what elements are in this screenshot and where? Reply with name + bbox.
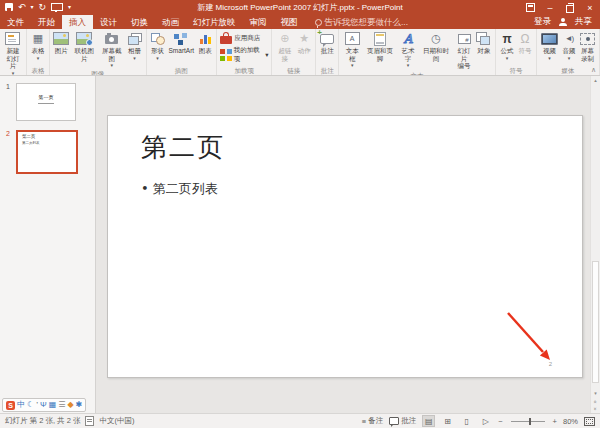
normal-view-button[interactable]: ▤ (422, 415, 435, 427)
zoom-in-button[interactable]: + (553, 417, 557, 426)
undo-dropdown-icon[interactable]: ▾ (31, 3, 34, 12)
picture-button[interactable]: 图片 (52, 30, 70, 56)
shapes-button[interactable]: 形状 ▾ (149, 30, 167, 62)
hyperlink-button[interactable]: ⊕ 超链接 (274, 30, 295, 63)
restore-button[interactable] (560, 0, 580, 15)
tab-animations[interactable]: 动画 (155, 15, 186, 29)
scroll-down-arrow[interactable]: ▾ (594, 389, 597, 398)
slide-1-thumbnail[interactable]: 第一页 (16, 83, 76, 121)
slide-editor[interactable]: 第二页 • 第二页列表 2 (107, 115, 583, 378)
chart-button[interactable]: 图表 (196, 30, 214, 56)
zoom-out-button[interactable]: − (498, 417, 502, 426)
next-slide-button[interactable]: » (593, 407, 599, 410)
button-label: 视频 (543, 47, 556, 55)
share-button[interactable]: 共享 (575, 16, 592, 28)
scrollbar-thumb[interactable] (592, 261, 599, 382)
header-footer-button[interactable]: 页眉和页脚 (363, 30, 397, 63)
halfwidth-moon-icon[interactable]: ☾ (27, 400, 34, 410)
customize-qat-button[interactable]: ▾ (68, 3, 71, 12)
zoom-slider-thumb[interactable] (529, 418, 531, 425)
comments-label: 批注 (401, 416, 416, 426)
zoom-slider[interactable] (511, 421, 545, 422)
dropdown-icon: ▾ (351, 63, 354, 68)
scrollbar-bottom-buttons: ▾ « » (591, 389, 600, 413)
audio-button[interactable]: ◄) 音频 ▾ (560, 30, 578, 62)
my-addins-button[interactable]: 我的加载项 ▾ (219, 46, 269, 64)
comments-button[interactable]: 批注 (389, 416, 416, 426)
dropdown-icon: ▾ (548, 56, 551, 61)
soft-keyboard-icon[interactable]: ▦ (49, 400, 57, 410)
new-comment-button[interactable]: 批注 (318, 30, 336, 56)
dropdown-icon: ▾ (156, 56, 159, 61)
online-pictures-button[interactable]: 联机图片 (70, 30, 98, 63)
zoom-level[interactable]: 80% (563, 417, 578, 426)
sogou-logo-icon[interactable]: S (6, 401, 15, 410)
table-button[interactable]: ▦ 表格 ▾ (29, 30, 47, 62)
slide-2-thumbnail[interactable]: 第二页 第二页列表 (16, 130, 78, 174)
language-indicator[interactable]: 中文(中国) (99, 416, 134, 426)
slide-info[interactable]: 幻灯片 第 2 张, 共 2 张 (5, 416, 80, 426)
date-time-button[interactable]: ◷ 日期和时间 (419, 30, 453, 63)
screen-recording-button[interactable]: 屏幕 录制 (578, 30, 597, 63)
sign-in-button[interactable]: 登录 (534, 16, 551, 28)
tab-view[interactable]: 视图 (274, 15, 305, 29)
group-label: 插图 (149, 66, 215, 75)
ribbon-display-options-button[interactable] (520, 0, 540, 15)
voice-icon[interactable]: Ψ (40, 400, 47, 410)
smartart-button[interactable]: SmartArt (167, 30, 197, 56)
textbox-button[interactable]: A 文本框 ▾ (341, 30, 363, 69)
symbol-button[interactable]: Ω 符号 (516, 30, 534, 56)
start-slideshow-button[interactable] (51, 3, 63, 13)
redo-button[interactable]: ↻ (39, 3, 47, 12)
screenshot-button[interactable]: 屏幕截图 ▾ (98, 30, 126, 69)
slide-bullet-text[interactable]: • 第二页列表 (141, 180, 218, 198)
photo-album-button[interactable]: 相册 ▾ (126, 30, 144, 62)
punctuation-icon[interactable]: ’ (36, 400, 38, 410)
ribbon-display-options-icon (526, 3, 535, 12)
wordart-button[interactable]: A 艺术字 ▾ (397, 30, 419, 69)
notes-button[interactable]: ≡ 备注 (362, 416, 383, 426)
slide-page-number[interactable]: 2 (549, 361, 552, 367)
save-button[interactable] (5, 3, 13, 13)
tab-file[interactable]: 文件 (0, 15, 31, 29)
tell-me-box[interactable]: 告诉我您想要做什么... (315, 15, 409, 29)
minimize-button[interactable]: – (540, 0, 560, 15)
slide-number-icon: # (457, 31, 471, 46)
slide-title-text[interactable]: 第二页 (141, 130, 225, 165)
group-illustrations-body: 形状 ▾ SmartArt 图表 (149, 30, 215, 66)
action-button[interactable]: ★ 动作 (295, 30, 313, 56)
vertical-scrollbar[interactable]: ▴ ▾ « » (590, 76, 600, 413)
scroll-up-arrow[interactable]: ▴ (594, 76, 597, 85)
symbol-omega-icon: Ω (518, 31, 532, 46)
spellcheck-icon[interactable] (85, 416, 94, 426)
skin-icon[interactable]: ◆ (67, 400, 73, 410)
tab-insert[interactable]: 插入 (62, 15, 93, 29)
collapse-ribbon-button[interactable]: ∧ (591, 66, 596, 73)
object-button[interactable]: 对象 (475, 30, 493, 56)
close-button[interactable]: × (580, 0, 600, 15)
button-label: SmartArt (169, 47, 195, 55)
fit-slide-to-window-button[interactable] (584, 417, 595, 426)
store-button[interactable]: 应用商店 (219, 33, 261, 44)
dropdown-icon: ▾ (265, 51, 268, 59)
undo-button[interactable]: ↶ (18, 3, 26, 12)
new-slide-button[interactable]: 新建 幻灯片 ▾ (2, 30, 24, 76)
tab-home[interactable]: 开始 (31, 15, 62, 29)
video-button[interactable]: 视频 ▾ (539, 30, 560, 62)
toolbox-icon[interactable]: ✱ (76, 400, 83, 410)
previous-slide-button[interactable]: « (593, 400, 599, 403)
button-label: 页眉和页脚 (365, 47, 395, 62)
slide-number-button[interactable]: # 幻灯片 编号 (453, 30, 475, 71)
slideshow-view-button[interactable]: ▷ (479, 415, 492, 427)
tab-transitions[interactable]: 切换 (124, 15, 155, 29)
tab-slideshow[interactable]: 幻灯片放映 (186, 15, 243, 29)
handwriting-icon[interactable]: ☰ (58, 400, 65, 410)
equation-button[interactable]: π 公式 ▾ (498, 30, 516, 62)
slide-sorter-view-button[interactable]: ⊞ (441, 415, 454, 427)
online-pictures-icon (76, 31, 92, 46)
tab-review[interactable]: 审阅 (243, 15, 274, 29)
reading-view-button[interactable]: ▯ (460, 415, 473, 427)
chinese-mode-icon[interactable]: 中 (17, 400, 25, 410)
tab-design[interactable]: 设计 (93, 15, 124, 29)
button-label: 动作 (298, 47, 311, 55)
